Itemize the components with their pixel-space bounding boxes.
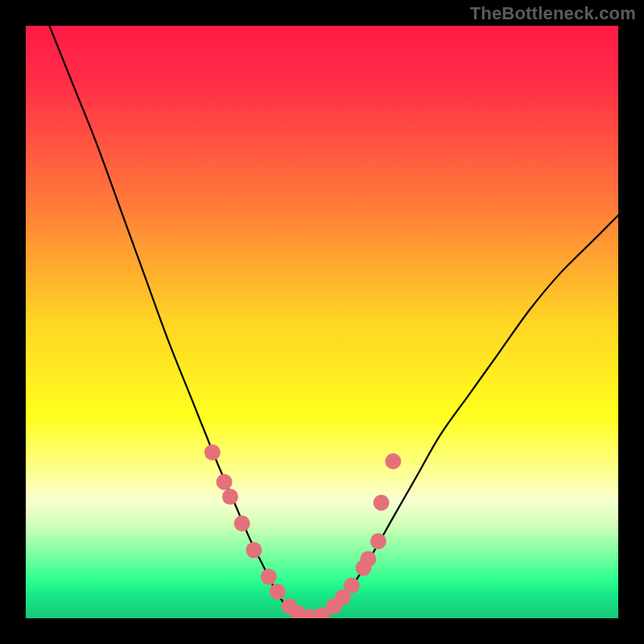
highlight-dot (261, 568, 277, 584)
chart-svg (26, 26, 618, 618)
highlight-dot (374, 494, 390, 510)
chart-frame: TheBottleneck.com (0, 0, 644, 644)
plot-area (26, 26, 618, 618)
highlight-dot (246, 542, 262, 558)
highlight-dot (370, 533, 386, 549)
highlight-dot (344, 578, 360, 594)
watermark-text: TheBottleneck.com (470, 3, 636, 24)
gradient-background (26, 26, 618, 618)
highlight-dot (217, 474, 233, 490)
highlight-dot (234, 515, 250, 531)
highlight-dot (385, 453, 401, 469)
highlight-dot (204, 444, 221, 460)
highlight-dot (270, 584, 286, 600)
highlight-dot (360, 551, 376, 567)
highlight-dot (222, 489, 238, 505)
